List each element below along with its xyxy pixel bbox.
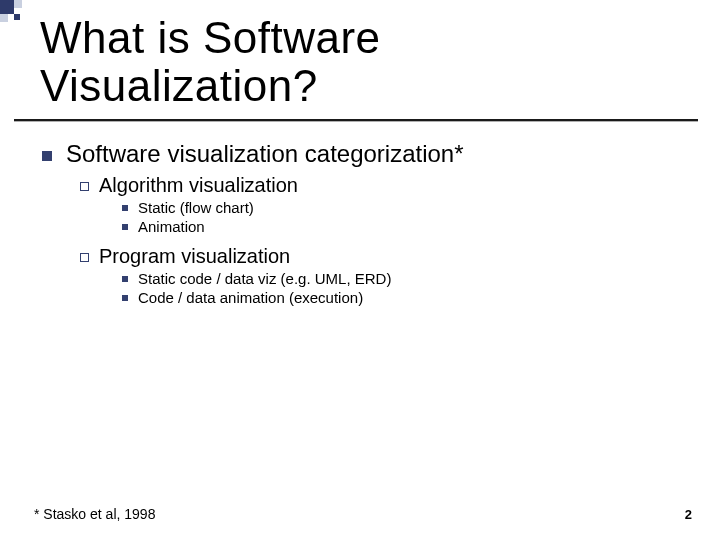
section-heading: Program visualization <box>99 245 290 268</box>
square-bullet-tiny-icon <box>122 276 128 282</box>
slide-corner-decoration <box>0 0 28 26</box>
page-number: 2 <box>685 507 692 522</box>
item-text: Static code / data viz (e.g. UML, ERD) <box>138 270 391 287</box>
bullet-level-2: Program visualization <box>80 245 690 268</box>
square-bullet-tiny-icon <box>122 224 128 230</box>
main-point-text: Software visualization categorization* <box>66 140 464 168</box>
bullet-level-3: Static (flow chart) <box>122 199 690 216</box>
title-line-2: Visualization? <box>40 61 318 110</box>
item-text: Static (flow chart) <box>138 199 254 216</box>
square-bullet-outline-icon <box>80 253 89 262</box>
section-heading: Algorithm visualization <box>99 174 298 197</box>
item-text: Code / data animation (execution) <box>138 289 363 306</box>
square-bullet-filled-icon <box>42 151 52 161</box>
square-bullet-tiny-icon <box>122 205 128 211</box>
footnote: * Stasko et al, 1998 <box>34 506 155 522</box>
item-text: Animation <box>138 218 205 235</box>
slide-content: Software visualization categorization* A… <box>42 140 690 306</box>
bullet-level-1: Software visualization categorization* <box>42 140 690 168</box>
title-line-1: What is Software <box>40 13 381 62</box>
square-bullet-outline-icon <box>80 182 89 191</box>
bullet-level-3: Static code / data viz (e.g. UML, ERD) <box>122 270 690 287</box>
bullet-level-3: Animation <box>122 218 690 235</box>
bullet-level-2: Algorithm visualization <box>80 174 690 197</box>
bullet-level-3: Code / data animation (execution) <box>122 289 690 306</box>
square-bullet-tiny-icon <box>122 295 128 301</box>
slide-title: What is Software Visualization? <box>40 14 381 111</box>
title-underline <box>14 119 698 121</box>
